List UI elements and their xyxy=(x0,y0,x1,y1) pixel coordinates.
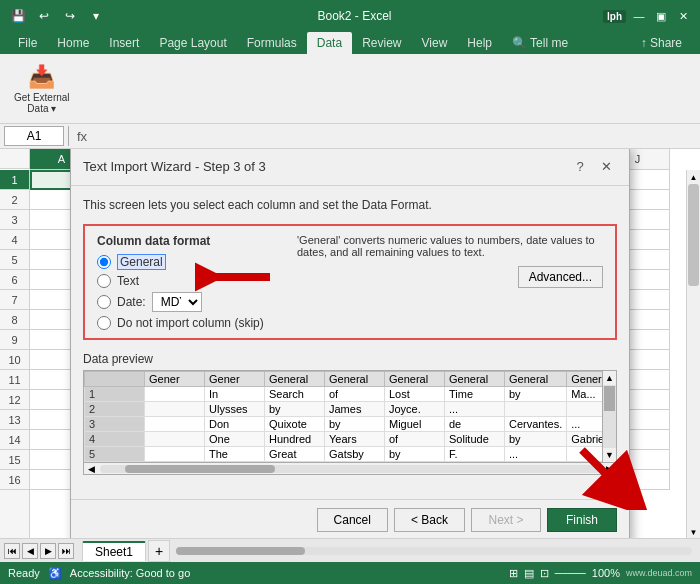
undo-icon[interactable]: ↩ xyxy=(34,6,54,26)
dropdown-quickaccess-icon[interactable]: ▾ xyxy=(86,6,106,26)
sheet-tabs-bar: ⏮ ◀ ▶ ⏭ Sheet1 + xyxy=(0,538,700,562)
preview-col-7: General xyxy=(567,372,602,387)
red-arrow-finish-icon xyxy=(562,440,652,510)
preview-header: Gener Gener General General General Gene… xyxy=(85,372,603,387)
radio-text-input[interactable] xyxy=(97,274,111,288)
tab-share[interactable]: ↑ Share xyxy=(631,32,692,54)
spreadsheet: A B C D E F G H I J 1 2 3 4 xyxy=(0,149,700,538)
zoom-slider[interactable]: ──── xyxy=(555,567,586,579)
radio-general-input[interactable] xyxy=(97,255,111,269)
dialog-title-bar: Text Import Wizard - Step 3 of 3 ? ✕ xyxy=(71,149,629,186)
preview-scroll-thumb[interactable] xyxy=(604,386,615,411)
view-page-break-icon[interactable]: ⊡ xyxy=(540,567,549,580)
finish-button[interactable]: Finish xyxy=(547,508,617,532)
advanced-button[interactable]: Advanced... xyxy=(518,266,603,288)
sheet-nav-next[interactable]: ▶ xyxy=(40,543,56,559)
view-layout-icon[interactable]: ▤ xyxy=(524,567,534,580)
preview-hscroll-thumb[interactable] xyxy=(125,465,275,473)
radio-date-label: Date: xyxy=(117,295,146,309)
watermark: www.deuad.com xyxy=(626,568,692,578)
preview-row-5: 5 The Great Gatsby by F. xyxy=(85,447,603,462)
view-normal-icon[interactable]: ⊞ xyxy=(509,567,518,580)
window-title: Book2 - Excel xyxy=(106,9,603,23)
next-button[interactable]: Next > xyxy=(471,508,541,532)
tab-help[interactable]: Help xyxy=(457,32,502,54)
formula-input[interactable] xyxy=(91,129,696,143)
sheet-hscroll-track xyxy=(176,547,692,555)
preview-row-2: 2 Ulysses by James Joyce. ... xyxy=(85,402,603,417)
preview-num-3: 3 xyxy=(85,417,145,432)
back-button[interactable]: < Back xyxy=(394,508,465,532)
name-box[interactable] xyxy=(4,126,64,146)
maximize-button[interactable]: ▣ xyxy=(652,7,670,25)
sheet-hscroll-thumb[interactable] xyxy=(176,547,305,555)
sheet-nav-first[interactable]: ⏮ xyxy=(4,543,20,559)
dialog-help-button[interactable]: ? xyxy=(569,155,591,177)
ribbon-content: 📥 Get ExternalData ▾ xyxy=(0,54,700,124)
format-right-panel: 'General' converts numeric values to num… xyxy=(297,234,603,288)
red-arrow-left-icon xyxy=(195,257,275,297)
preview-scroll-track xyxy=(603,385,616,448)
tab-page-layout[interactable]: Page Layout xyxy=(149,32,236,54)
main-area: A B C D E F G H I J 1 2 3 4 xyxy=(0,149,700,538)
format-section: Column data format General Text xyxy=(83,224,617,340)
preview-col-1: Gener xyxy=(205,372,265,387)
formula-bar: fx xyxy=(0,124,700,149)
title-bar-left: 💾 ↩ ↪ ▾ xyxy=(8,6,106,26)
title-bar-buttons: lph — ▣ ✕ xyxy=(603,7,692,25)
preview-num-1: 1 xyxy=(85,387,145,402)
preview-scroll-up[interactable]: ▲ xyxy=(603,371,616,385)
preview-col-3: General xyxy=(325,372,385,387)
title-bar: 💾 ↩ ↪ ▾ Book2 - Excel lph — ▣ ✕ xyxy=(0,0,700,32)
tab-home[interactable]: Home xyxy=(47,32,99,54)
preview-col-4: General xyxy=(385,372,445,387)
tab-insert[interactable]: Insert xyxy=(99,32,149,54)
dialog-buttons: Cancel < Back Next > Finish xyxy=(71,499,629,538)
fx-label: fx xyxy=(77,129,87,144)
minimize-button[interactable]: — xyxy=(630,7,648,25)
ribbon-tabs: File Home Insert Page Layout Formulas Da… xyxy=(0,32,700,54)
radio-date-input[interactable] xyxy=(97,295,111,309)
add-sheet-button[interactable]: + xyxy=(148,540,170,562)
status-left: Ready ♿ Accessibility: Good to go xyxy=(8,567,190,580)
preview-num-5: 5 xyxy=(85,447,145,462)
tab-view[interactable]: View xyxy=(412,32,458,54)
preview-col-2: General xyxy=(265,372,325,387)
lph-badge: lph xyxy=(603,10,626,23)
sheet-nav-prev[interactable]: ◀ xyxy=(22,543,38,559)
close-button[interactable]: ✕ xyxy=(674,7,692,25)
preview-label: Data preview xyxy=(83,352,617,366)
save-quickaccess-icon[interactable]: 💾 xyxy=(8,6,28,26)
get-data-label: Get ExternalData ▾ xyxy=(14,92,70,114)
accessibility-status: Accessibility: Good to go xyxy=(70,567,190,579)
radio-skip-input[interactable] xyxy=(97,316,111,330)
tab-tell-me[interactable]: 🔍 Tell me xyxy=(502,32,578,54)
preview-row-4: 4 One Hundred Years of Solitude xyxy=(85,432,603,447)
sheet-hscroll xyxy=(172,547,696,555)
get-external-data-button[interactable]: 📥 Get ExternalData ▾ xyxy=(8,62,76,116)
accessibility-icon: ♿ xyxy=(48,567,62,580)
preview-num-4: 4 xyxy=(85,432,145,447)
sheet-tab-1[interactable]: Sheet1 xyxy=(82,541,146,561)
radio-skip[interactable]: Do not import column (skip) xyxy=(97,316,277,330)
status-right: ⊞ ▤ ⊡ ──── 100% www.deuad.com xyxy=(509,567,692,580)
redo-icon[interactable]: ↪ xyxy=(60,6,80,26)
preview-col-6: General xyxy=(505,372,567,387)
tab-review[interactable]: Review xyxy=(352,32,411,54)
preview-num-2: 2 xyxy=(85,402,145,417)
cancel-button[interactable]: Cancel xyxy=(317,508,388,532)
dialog-body: This screen lets you select each column … xyxy=(71,186,629,499)
zoom-level: 100% xyxy=(592,567,620,579)
text-import-dialog: Text Import Wizard - Step 3 of 3 ? ✕ Thi… xyxy=(70,149,630,538)
preview-hscroll[interactable]: ◀ ▶ xyxy=(84,462,616,474)
tab-formulas[interactable]: Formulas xyxy=(237,32,307,54)
dialog-overlay: Text Import Wizard - Step 3 of 3 ? ✕ Thi… xyxy=(0,149,700,538)
dialog-close-button[interactable]: ✕ xyxy=(595,155,617,177)
sheet-nav-last[interactable]: ⏭ xyxy=(58,543,74,559)
preview-section: Data preview Gener xyxy=(83,352,617,475)
preview-hscroll-track xyxy=(100,465,600,473)
tab-file[interactable]: File xyxy=(8,32,47,54)
preview-table-wrapper: Gener Gener General General General Gene… xyxy=(83,370,617,475)
tab-data[interactable]: Data xyxy=(307,32,352,54)
preview-hscroll-left[interactable]: ◀ xyxy=(84,464,98,474)
